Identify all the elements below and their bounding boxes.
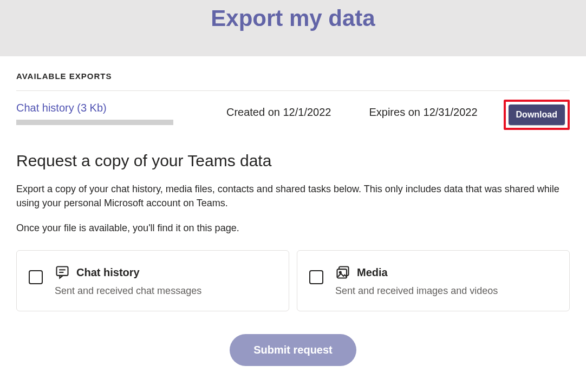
- export-left: Chat history (3 Kb): [16, 101, 200, 125]
- chat-icon: [55, 265, 70, 280]
- export-created: Created on 12/1/2022: [226, 106, 331, 119]
- download-button[interactable]: Download: [509, 104, 565, 125]
- chat-history-checkbox[interactable]: [29, 270, 43, 284]
- export-file-link[interactable]: Chat history (3 Kb): [16, 102, 107, 114]
- page-header: Export my data: [0, 0, 586, 56]
- submit-request-button[interactable]: Submit request: [230, 334, 356, 366]
- options-cards: Chat history Sent and received chat mess…: [16, 250, 570, 311]
- media-card-title: Media: [357, 266, 388, 279]
- divider: [16, 90, 570, 91]
- chat-card-title: Chat history: [76, 266, 140, 279]
- export-meta: Created on 12/1/2022 Expires on 12/31/20…: [226, 101, 478, 119]
- media-checkbox[interactable]: [309, 270, 323, 284]
- export-expires: Expires on 12/31/2022: [369, 106, 477, 119]
- export-row: Chat history (3 Kb) Created on 12/1/2022…: [16, 101, 570, 152]
- request-description: Export a copy of your chat history, medi…: [16, 182, 570, 210]
- card-chat-history: Chat history Sent and received chat mess…: [16, 250, 289, 311]
- page-title: Export my data: [211, 5, 375, 31]
- submit-wrap: Submit request: [16, 334, 570, 366]
- redacted-text: [16, 120, 173, 125]
- svg-rect-0: [57, 267, 68, 276]
- available-exports-label: AVAILABLE EXPORTS: [16, 71, 570, 81]
- content-area: AVAILABLE EXPORTS Chat history (3 Kb) Cr…: [0, 56, 586, 388]
- download-highlight: Download: [504, 100, 570, 130]
- chat-card-sub: Sent and received chat messages: [55, 285, 201, 297]
- request-heading: Request a copy of your Teams data: [16, 152, 570, 170]
- card-media: Media Sent and received images and video…: [297, 250, 570, 311]
- image-icon: [335, 265, 350, 280]
- request-note: Once your file is available, you'll find…: [16, 221, 570, 235]
- media-card-sub: Sent and received images and videos: [335, 285, 498, 297]
